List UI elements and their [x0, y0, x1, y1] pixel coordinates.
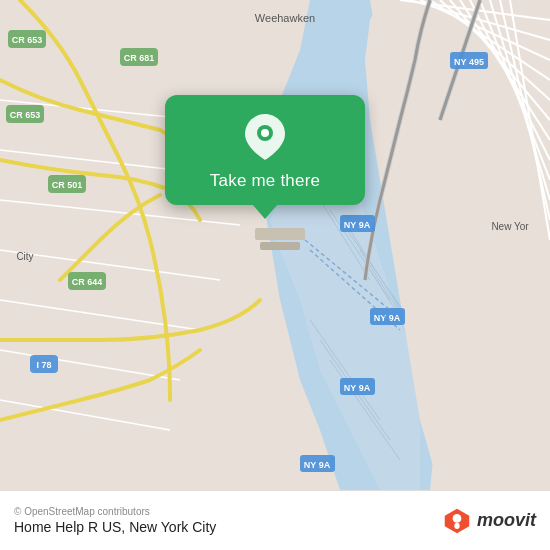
svg-text:NY 495: NY 495: [454, 57, 484, 67]
svg-text:CR 653: CR 653: [12, 35, 43, 45]
svg-text:NY 9A: NY 9A: [304, 460, 331, 470]
take-me-there-button[interactable]: Take me there: [210, 171, 320, 191]
moovit-icon: [443, 507, 471, 535]
svg-text:Weehawken: Weehawken: [255, 12, 315, 24]
svg-text:City: City: [16, 251, 33, 262]
location-name: Home Help R US, New York City: [14, 519, 216, 535]
svg-text:NY 9A: NY 9A: [344, 220, 371, 230]
navigation-popup[interactable]: Take me there: [165, 95, 365, 205]
svg-text:New Yor: New Yor: [491, 221, 529, 232]
location-icon: [241, 113, 289, 161]
svg-text:NY 9A: NY 9A: [374, 313, 401, 323]
bottom-bar: © OpenStreetMap contributors Home Help R…: [0, 490, 550, 550]
svg-text:I 78: I 78: [36, 360, 51, 370]
svg-rect-66: [454, 522, 459, 528]
svg-text:CR 681: CR 681: [124, 53, 155, 63]
moovit-logo: moovit: [443, 507, 536, 535]
map-container: CR 653 CR 681 CR 653 CR 501 CR 644 I 78 …: [0, 0, 550, 490]
bottom-left-info: © OpenStreetMap contributors Home Help R…: [14, 506, 216, 535]
svg-point-63: [261, 129, 269, 137]
svg-text:CR 653: CR 653: [10, 110, 41, 120]
svg-point-65: [453, 514, 462, 523]
svg-rect-59: [260, 242, 300, 250]
svg-text:CR 501: CR 501: [52, 180, 83, 190]
moovit-text: moovit: [477, 510, 536, 531]
svg-text:NY 9A: NY 9A: [344, 383, 371, 393]
svg-text:CR 644: CR 644: [72, 277, 103, 287]
svg-rect-58: [255, 228, 305, 240]
copyright-text: © OpenStreetMap contributors: [14, 506, 216, 517]
